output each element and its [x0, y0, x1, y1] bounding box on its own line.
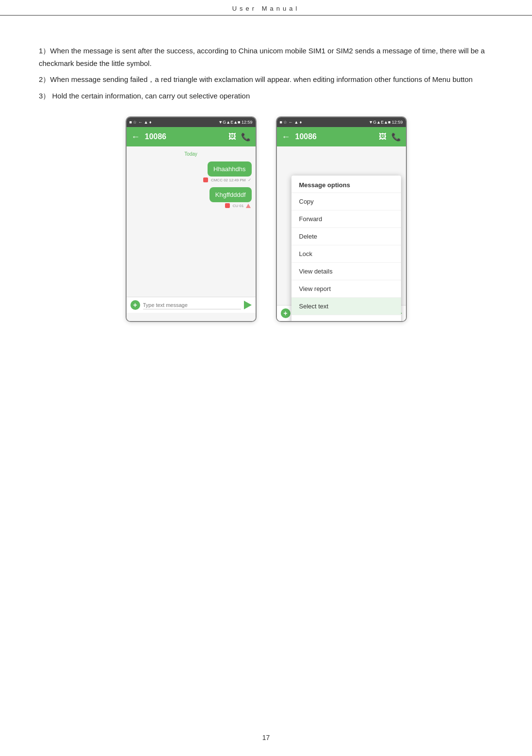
input-bar-left: +: [127, 297, 256, 313]
status-right-left-icons: ■ ☆ ← ▲ ♦: [280, 120, 302, 125]
phone-icon-left[interactable]: 📞: [241, 132, 251, 142]
message-1-bubble: Hhaahhdhs: [208, 161, 252, 177]
error-icon-1: [203, 177, 208, 182]
nav-title-right: 10086: [295, 132, 379, 141]
error-icon-2: [225, 203, 230, 208]
message-1-meta-text: CMCC 02 12:49 PM: [211, 178, 246, 182]
phone-body-right: Message options Copy Forward Delete Lock…: [277, 146, 406, 321]
warning-icon-2: [246, 204, 251, 208]
send-button-left[interactable]: [244, 301, 252, 309]
message-1-text: Hhaahhdhs: [213, 165, 246, 173]
nav-title-left: 10086: [145, 132, 228, 141]
nav-bar-left: ← 10086 🖼 📞: [127, 127, 256, 146]
phone-body-left: Today Hhaahhdhs CMCC 02 12:49 PM ✓: [127, 146, 256, 321]
menu-item-forward[interactable]: Forward: [291, 210, 401, 228]
back-icon-right[interactable]: ←: [282, 132, 290, 142]
message-2-text: Khgffddddf: [215, 191, 246, 198]
add-button-left[interactable]: +: [130, 300, 140, 310]
menu-item-save-sim[interactable]: Save message to SIM card: [291, 315, 401, 322]
page-number: 17: [262, 734, 270, 741]
status-left-icons: ■ ☆ ← ▲ ♦: [129, 120, 152, 125]
status-right-info: ▼G▲E▲■ 12:59: [218, 120, 252, 125]
message-1-wrap: Hhaahhdhs CMCC 02 12:49 PM ✓: [130, 161, 252, 182]
paragraph-1: 1）When the message is sent after the suc…: [39, 45, 493, 69]
status-bar-right: ■ ☆ ← ▲ ♦ ▼G▲E▲■ 12:59: [277, 117, 406, 127]
message-2-meta-text: CU 01: [233, 204, 244, 208]
menu-item-view-details[interactable]: View details: [291, 263, 401, 280]
nav-icons-right: 🖼 📞: [379, 132, 401, 142]
page-footer: 17: [0, 734, 532, 741]
status-bar-left: ■ ☆ ← ▲ ♦ ▼G▲E▲■ 12:59: [127, 117, 256, 127]
page-content: 1）When the message is sent after the suc…: [0, 16, 532, 370]
menu-item-delete[interactable]: Delete: [291, 228, 401, 245]
menu-item-copy[interactable]: Copy: [291, 193, 401, 210]
image-icon-right[interactable]: 🖼: [379, 132, 387, 142]
image-icon-left[interactable]: 🖼: [228, 132, 236, 142]
text-input-left[interactable]: [143, 301, 241, 309]
header-title: User Manual: [232, 5, 300, 12]
menu-title: Message options: [291, 176, 401, 193]
message-1-meta: CMCC 02 12:49 PM ✓: [203, 177, 252, 182]
message-area-left: Today Hhaahhdhs CMCC 02 12:49 PM ✓: [127, 146, 256, 297]
message-2-wrap: Khgffddddf CU 01: [130, 187, 252, 208]
phone-icon-right[interactable]: 📞: [391, 132, 401, 142]
back-icon-left[interactable]: ←: [131, 132, 140, 142]
add-button-right[interactable]: +: [281, 308, 290, 318]
menu-item-lock[interactable]: Lock: [291, 245, 401, 263]
nav-bar-right: ← 10086 🖼 📞: [277, 127, 406, 146]
phone-left: ■ ☆ ← ▲ ♦ ▼G▲E▲■ 12:59 ← 10086 🖼 📞 Today: [126, 116, 257, 322]
check-icon-1: ✓: [248, 177, 252, 182]
message-2-meta: CU 01: [225, 203, 252, 208]
status-right-right-info: ▼G▲E▲■ 12:59: [369, 120, 403, 125]
menu-item-view-report[interactable]: View report: [291, 280, 401, 298]
paragraph-3: 3） Hold the certain information, can car…: [39, 90, 493, 102]
phone-right: ■ ☆ ← ▲ ♦ ▼G▲E▲■ 12:59 ← 10086 🖼 📞 Messa…: [276, 116, 407, 322]
message-2-bubble: Khgffddddf: [210, 187, 252, 202]
screenshots-row: ■ ☆ ← ▲ ♦ ▼G▲E▲■ 12:59 ← 10086 🖼 📞 Today: [39, 116, 493, 322]
page-header: User Manual: [0, 0, 532, 16]
menu-item-select-text[interactable]: Select text: [291, 298, 401, 315]
message-options-menu: Message options Copy Forward Delete Lock…: [291, 176, 401, 322]
paragraph-2: 2）When message sending failed，a red tria…: [39, 73, 493, 86]
date-label: Today: [130, 151, 252, 157]
nav-icons-left: 🖼 📞: [228, 132, 251, 142]
